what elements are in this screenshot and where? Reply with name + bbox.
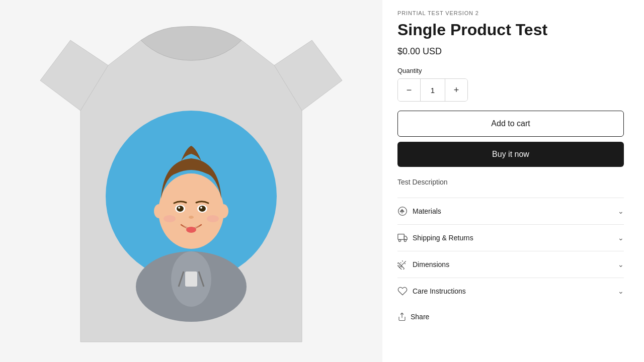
svg-point-15 (186, 227, 196, 233)
truck-icon (397, 233, 408, 243)
quantity-label: Quantity (397, 67, 624, 74)
accordion-dimensions: Dimensions ⌄ (397, 251, 624, 278)
svg-point-12 (199, 206, 206, 212)
accordion-shipping-chevron: ⌄ (618, 234, 624, 242)
svg-point-7 (158, 173, 224, 249)
product-description: Test Description (397, 177, 624, 188)
add-to-cart-button[interactable]: Add to cart (397, 111, 624, 137)
svg-point-13 (200, 207, 202, 209)
accordion-care-chevron: ⌄ (618, 287, 624, 295)
product-title: Single Product Test (397, 20, 624, 39)
svg-point-16 (164, 215, 176, 222)
accordion-materials-chevron: ⌄ (618, 207, 624, 215)
svg-point-18 (154, 204, 164, 218)
buy-now-button[interactable]: Buy it now (397, 142, 624, 167)
product-price: $0.00 USD (397, 46, 624, 57)
ruler-icon (397, 259, 408, 269)
accordion-materials-header[interactable]: Materials ⌄ (397, 198, 624, 224)
accordion-care-header[interactable]: Care Instructions ⌄ (397, 278, 624, 304)
accordion-materials: Materials ⌄ (397, 198, 624, 224)
svg-point-22 (399, 240, 401, 242)
accordion-dimensions-header[interactable]: Dimensions ⌄ (397, 251, 624, 278)
accordion-care-label: Care Instructions (413, 287, 466, 295)
tshirt-image (30, 0, 352, 362)
quantity-value: 1 (420, 79, 445, 101)
quantity-control: − 1 + (397, 78, 468, 102)
accordion-shipping-label: Shipping & Returns (413, 234, 473, 242)
brand-name: PRINTIAL TEST VERSION 2 (397, 10, 624, 16)
share-icon (397, 312, 407, 321)
decrease-quantity-button[interactable]: − (398, 79, 420, 101)
product-info-section: PRINTIAL TEST VERSION 2 Single Product T… (382, 0, 644, 362)
accordion-materials-label: Materials (413, 207, 441, 215)
accordion-shipping: Shipping & Returns ⌄ (397, 224, 624, 251)
product-image-section (0, 0, 382, 362)
accordion-shipping-header[interactable]: Shipping & Returns ⌄ (397, 225, 624, 251)
tshirt-container (30, 0, 352, 362)
accordion-dimensions-chevron: ⌄ (618, 260, 624, 268)
svg-rect-5 (185, 272, 197, 287)
share-row[interactable]: Share (397, 304, 624, 329)
svg-point-10 (178, 207, 180, 209)
svg-point-19 (218, 204, 228, 218)
svg-point-17 (207, 215, 219, 222)
leaf-icon (397, 206, 408, 216)
svg-point-14 (189, 216, 194, 219)
accordion-care: Care Instructions ⌄ (397, 278, 624, 304)
svg-point-9 (177, 206, 184, 212)
increase-quantity-button[interactable]: + (445, 79, 467, 101)
heart-icon (397, 286, 408, 296)
product-page: PRINTIAL TEST VERSION 2 Single Product T… (0, 0, 644, 362)
accordion-dimensions-label: Dimensions (413, 260, 449, 268)
share-label: Share (411, 313, 429, 321)
svg-rect-21 (398, 234, 405, 240)
svg-point-23 (404, 240, 406, 242)
